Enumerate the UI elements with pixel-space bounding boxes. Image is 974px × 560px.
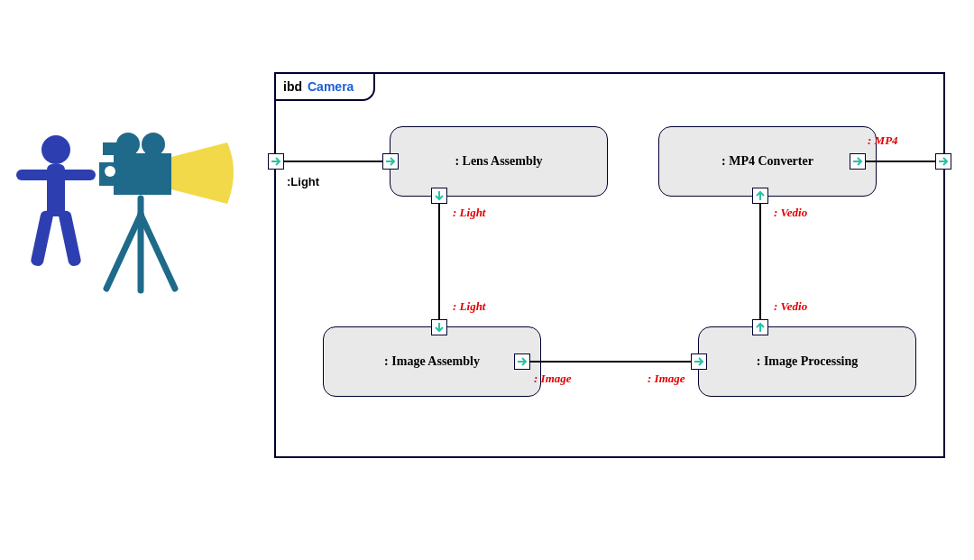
label-light-external: :Light (287, 175, 319, 188)
block-label: : Image Assembly (384, 354, 480, 369)
port-mp4-in (752, 188, 768, 204)
label-light-2: : Light (453, 299, 485, 314)
port-mp4-out (850, 153, 866, 170)
port-arrow-right-icon (271, 156, 281, 167)
connector (759, 204, 761, 319)
connector (866, 161, 936, 162)
port-arrow-up-icon (755, 190, 766, 201)
port-imgproc-in (691, 353, 707, 370)
svg-rect-4 (58, 210, 82, 268)
block-image-processing: : Image Processing (698, 326, 916, 397)
svg-point-14 (142, 133, 165, 156)
port-arrow-right-icon (385, 156, 396, 167)
frame-title-tab: ibd Camera (274, 72, 375, 101)
connector (530, 361, 691, 363)
tripod-icon (106, 198, 175, 290)
svg-point-13 (116, 133, 140, 156)
label-vedio-2: : Vedio (774, 206, 807, 220)
port-lens-out (431, 188, 447, 204)
port-imgasm-out (514, 353, 530, 370)
port-arrow-right-icon (852, 156, 863, 167)
block-lens-assembly: : Lens Assembly (390, 126, 608, 197)
frame-kind: ibd (283, 79, 302, 94)
port-arrow-right-icon (694, 356, 704, 367)
svg-line-6 (106, 215, 141, 289)
label-image-1: : Image (534, 372, 572, 386)
ibd-frame: ibd Camera : Lens Assembly : MP4 Convert… (274, 72, 945, 458)
block-label: : Image Processing (757, 354, 859, 369)
svg-line-7 (141, 215, 175, 289)
frame-name: Camera (308, 79, 354, 94)
svg-point-12 (105, 166, 115, 177)
svg-rect-3 (30, 210, 54, 268)
block-label: : Lens Assembly (455, 154, 542, 169)
block-label: : MP4 Converter (721, 154, 813, 169)
svg-point-0 (41, 135, 70, 164)
label-vedio-1: : Vedio (774, 299, 807, 314)
block-image-assembly: : Image Assembly (323, 326, 541, 397)
camera-operator-illustration (13, 117, 247, 316)
port-imgasm-in (431, 319, 447, 335)
frame-port-in-light (268, 153, 284, 170)
svg-rect-9 (114, 153, 171, 195)
block-mp4-converter: : MP4 Converter (658, 126, 877, 197)
frame-port-out-mp4 (935, 153, 951, 170)
connector (284, 161, 383, 162)
camera-icon (99, 133, 234, 204)
port-lens-in (382, 153, 399, 170)
person-icon (16, 135, 96, 267)
connector (438, 204, 440, 319)
label-image-2: : Image (648, 372, 685, 386)
label-mp4-out: : MP4 (868, 133, 898, 148)
port-arrow-right-icon (517, 356, 528, 367)
port-arrow-up-icon (755, 322, 766, 333)
diagram-stage: ibd Camera : Lens Assembly : MP4 Convert… (0, 0, 974, 560)
svg-rect-2 (16, 170, 96, 180)
port-arrow-right-icon (938, 156, 949, 167)
port-imgproc-out (752, 319, 768, 335)
port-arrow-down-icon (434, 190, 445, 201)
port-arrow-down-icon (434, 322, 445, 333)
label-light-1: : Light (453, 206, 485, 220)
